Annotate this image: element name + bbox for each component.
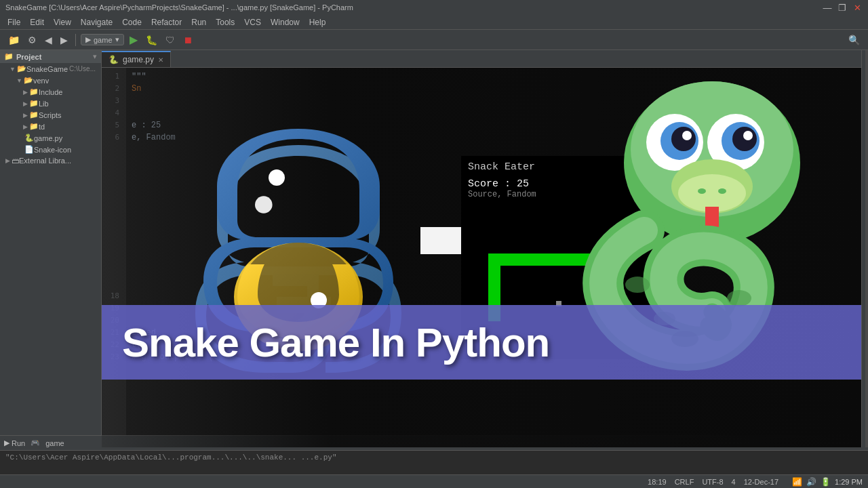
- run-output-text: "C:\Users\Acer Aspire\AppData\Local\...p…: [5, 453, 336, 462]
- external-libs-icon: 🗃: [12, 157, 19, 165]
- snakeicon-label: Snake-icon: [34, 146, 71, 154]
- maximize-button[interactable]: ❐: [837, 3, 848, 13]
- lib-label: Lib: [39, 100, 49, 108]
- svg-point-17: [732, 127, 757, 151]
- run-tab-run[interactable]: ▶ Run: [4, 439, 25, 447]
- game-title-label: Snack Eater: [468, 161, 535, 173]
- editor-tab-gamepy[interactable]: 🐍 game.py ✕: [102, 51, 171, 67]
- volume-icon: 🔊: [806, 477, 816, 487]
- menu-code[interactable]: Code: [117, 16, 146, 28]
- td-chevron: ▶: [23, 123, 28, 130]
- svg-point-16: [671, 127, 696, 151]
- main-layout: 📁 Project ▾ ▼ 📂 SnakeGame C:\Use... ▼ 📂 …: [0, 50, 868, 447]
- gamepy-label: game.py: [34, 134, 62, 142]
- lib-chevron: ▶: [23, 100, 28, 107]
- project-panel-chevron: ▾: [93, 52, 97, 61]
- run-configuration[interactable]: ▶ game ▾: [81, 34, 124, 45]
- tree-item-lib[interactable]: ▶ 📁 Lib: [0, 98, 101, 109]
- menu-view[interactable]: View: [49, 16, 76, 28]
- menu-edit[interactable]: Edit: [25, 16, 49, 28]
- external-libs-chevron: ▶: [5, 157, 10, 164]
- run-tab-icon: ▶: [4, 439, 9, 447]
- battery-icon: 🔋: [821, 477, 831, 487]
- td-folder-icon: 📁: [29, 122, 39, 131]
- coverage-button[interactable]: 🛡: [163, 33, 178, 47]
- tree-item-gamepy[interactable]: 🐍 game.py: [0, 132, 101, 144]
- settings-icon[interactable]: ⚙: [25, 33, 39, 47]
- tree-item-td[interactable]: ▶ 📁 td: [0, 121, 101, 132]
- run-output: "C:\Users\Acer Aspire\AppData\Local\...p…: [0, 451, 868, 464]
- tree-item-external-libs[interactable]: ▶ 🗃 External Libra...: [0, 155, 101, 166]
- tree-item-scripts[interactable]: ▶ 📁 Scripts: [0, 109, 101, 121]
- menu-refactor[interactable]: Refactor: [146, 16, 186, 28]
- project-icon[interactable]: 📁: [5, 33, 22, 47]
- tree-item-include[interactable]: ▶ 📁 Include: [0, 86, 101, 98]
- menu-navigate[interactable]: Navigate: [76, 16, 117, 28]
- back-icon[interactable]: ◀: [42, 33, 55, 47]
- status-line-col: 18:19: [648, 478, 667, 486]
- venv-folder-icon: 📂: [24, 76, 33, 85]
- run-button[interactable]: ▶: [127, 32, 140, 47]
- debug-button[interactable]: 🐛: [143, 33, 160, 47]
- bottom-banner: Snake Game In Python: [102, 305, 861, 380]
- run-config-label: game: [94, 36, 113, 44]
- run-config-chevron: ▾: [115, 35, 119, 44]
- svg-point-19: [743, 131, 753, 140]
- window-title: SnakeGame [C:\Users\Acer Aspire\PycharmP…: [5, 3, 353, 12]
- status-encoding[interactable]: UTF-8: [702, 478, 723, 486]
- svg-point-22: [698, 188, 706, 194]
- venv-chevron: ▼: [16, 77, 22, 84]
- stop-button[interactable]: ⏹: [180, 33, 195, 47]
- snakeicon-icon: 📄: [24, 145, 34, 154]
- run-tab-label: Run: [12, 439, 25, 447]
- menu-bar: File Edit View Navigate Code Refactor Ru…: [0, 15, 868, 30]
- status-crlf[interactable]: CRLF: [675, 478, 694, 486]
- status-indent: 4: [732, 478, 736, 486]
- include-folder-icon: 📁: [29, 87, 39, 96]
- forward-icon[interactable]: ▶: [58, 33, 71, 47]
- external-libs-label: External Libra...: [19, 157, 71, 165]
- window-controls[interactable]: — ❐ ✕: [822, 3, 863, 13]
- toolbar-separator: [75, 34, 76, 46]
- svg-point-18: [682, 131, 692, 140]
- menu-run[interactable]: Run: [186, 16, 211, 28]
- tree-item-venv[interactable]: ▼ 📂 venv: [0, 75, 101, 86]
- close-button[interactable]: ✕: [852, 3, 863, 13]
- venv-label: venv: [33, 77, 49, 85]
- system-tray: 📶 🔊 🔋 1:29 PM: [792, 477, 863, 487]
- svg-point-29: [727, 290, 751, 306]
- menu-window[interactable]: Window: [266, 16, 304, 28]
- svg-point-23: [718, 188, 726, 194]
- snakegame-label: SnakeGame: [26, 65, 68, 73]
- minimize-button[interactable]: —: [822, 3, 833, 13]
- toolbar: 📁 ⚙ ◀ ▶ ▶ game ▾ ▶ 🐛 🛡 ⏹ 🔍: [0, 30, 868, 50]
- project-panel-header[interactable]: 📁 Project ▾: [0, 50, 101, 63]
- project-panel-label: Project: [16, 53, 41, 61]
- network-icon: 📶: [792, 477, 802, 487]
- project-sidebar: 📁 Project ▾ ▼ 📂 SnakeGame C:\Use... ▼ 📂 …: [0, 50, 102, 447]
- menu-help[interactable]: Help: [304, 16, 331, 28]
- tree-item-snakeicon[interactable]: 📄 Snake-icon: [0, 144, 101, 155]
- banner-title: Snake Game In Python: [122, 319, 549, 366]
- project-panel-icon: 📁: [4, 52, 14, 61]
- status-datetime: 12-Dec-17: [744, 478, 778, 486]
- tree-item-snakegame[interactable]: ▼ 📂 SnakeGame C:\Use...: [0, 63, 101, 75]
- editor-area: 🐍 game.py ✕ 1 2 3 4 5 6 18 19 20: [102, 50, 861, 447]
- run-game-icon: 🎮: [31, 439, 40, 447]
- scripts-chevron: ▶: [23, 112, 28, 119]
- menu-file[interactable]: File: [3, 16, 25, 28]
- menu-vcs[interactable]: VCS: [239, 16, 266, 28]
- run-game-label: game: [45, 439, 64, 447]
- snakegame-folder-icon: 📂: [17, 64, 26, 73]
- title-bar: SnakeGame [C:\Users\Acer Aspire\PycharmP…: [0, 0, 868, 15]
- menu-tools[interactable]: Tools: [211, 16, 239, 28]
- snakegame-chevron: ▼: [9, 66, 16, 73]
- right-scroll-gutter: [861, 50, 868, 447]
- scrollbar-track[interactable]: [865, 50, 868, 447]
- cartoon-snake-container: [563, 81, 861, 441]
- search-everywhere-icon[interactable]: 🔍: [846, 33, 863, 47]
- tab-gamepy-close[interactable]: ✕: [158, 56, 163, 64]
- scripts-folder-icon: 📁: [29, 110, 39, 119]
- tab-gamepy-label: game.py: [123, 55, 154, 64]
- gamepy-icon: 🐍: [24, 134, 34, 142]
